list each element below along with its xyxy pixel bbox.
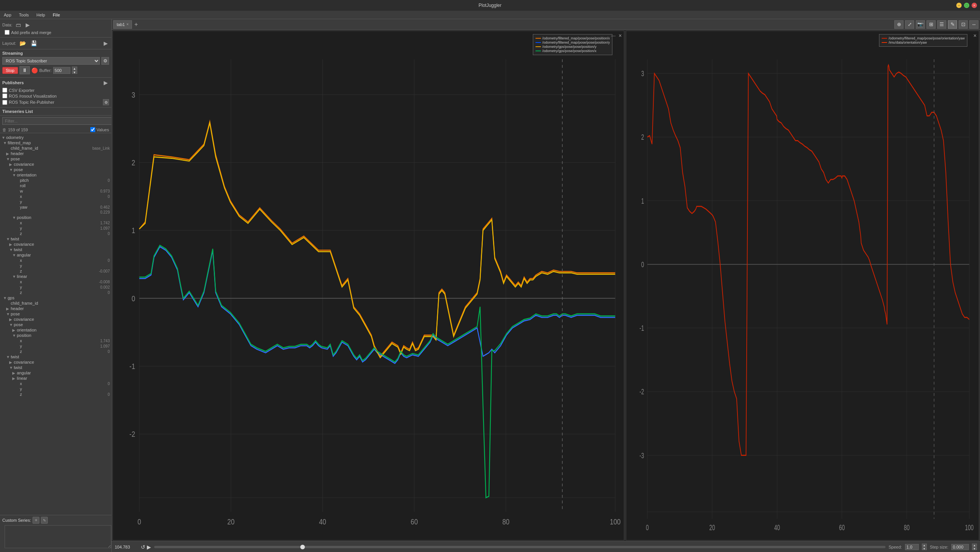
menu-tools[interactable]: Tools [18, 12, 31, 18]
toolbar-zoom-btn[interactable]: ⤢ [905, 20, 914, 29]
tree-ang-y[interactable]: y [0, 263, 111, 268]
tree-y-orient[interactable]: y [0, 199, 111, 204]
tree-linear[interactable]: ▼ linear [0, 274, 111, 279]
tree-yaw[interactable]: yaw 0.462 [0, 204, 111, 210]
step-up-btn[interactable]: ▲ [972, 544, 977, 547]
minimize-button[interactable]: – [956, 3, 962, 8]
tab-tab1[interactable]: tab1 × [113, 20, 132, 29]
rosout-checkbox[interactable] [2, 93, 7, 98]
publishers-expand-btn[interactable]: ▶ [103, 79, 109, 86]
tree-gps-pose[interactable]: ▼ pose [0, 311, 111, 317]
delete-series-btn[interactable]: 🗑 [2, 127, 7, 132]
tree-position-inner[interactable]: ▼ position [0, 215, 111, 220]
tree-lin-y[interactable]: y 0.002 [0, 284, 111, 290]
tree-gps-x[interactable]: x 1.743 [0, 338, 111, 343]
tree-twist-inner[interactable]: ▼ twist [0, 247, 111, 252]
tree-pose-top[interactable]: ▼ pose [0, 156, 111, 162]
tree-pitch[interactable]: pitch 0 [0, 178, 111, 183]
tree-gps-angular[interactable]: ▶ angular [0, 370, 111, 376]
layout-arrow-btn[interactable]: ▶ [103, 40, 109, 47]
tree-gps-twist-cov[interactable]: ▶ covariance [0, 359, 111, 365]
tree-lin-z[interactable]: z 0 [0, 290, 111, 295]
tree-angular[interactable]: ▼ angular [0, 252, 111, 258]
tree-ang-x[interactable]: x 0 [0, 258, 111, 263]
record-button[interactable]: 🔴 [31, 67, 38, 73]
tree-gps-position[interactable]: ▼ position [0, 333, 111, 338]
tree-lin-x[interactable]: x -0.008 [0, 279, 111, 284]
tree-gps-lin-z[interactable]: z 0 [0, 392, 111, 397]
close-window-button[interactable]: × [972, 3, 977, 8]
layout-save-btn[interactable]: 💾 [29, 40, 38, 47]
step-input[interactable] [951, 544, 969, 550]
buffer-down-btn[interactable]: ▼ [72, 70, 77, 74]
stop-button[interactable]: Stop [2, 67, 18, 74]
tab-close-btn[interactable]: × [126, 22, 129, 26]
toolbar-move-btn[interactable]: ⊕ [894, 20, 903, 29]
republisher-gear-btn[interactable]: ⚙ [103, 99, 109, 105]
toolbar-extra1-btn[interactable]: ⊡ [959, 20, 968, 29]
loop-btn[interactable]: ↺ [141, 544, 145, 550]
custom-series-add-btn[interactable]: + [33, 517, 39, 524]
data-arrow-btn[interactable]: ▶ [24, 21, 31, 28]
add-prefix-checkbox[interactable] [5, 30, 10, 35]
toolbar-extra2-btn[interactable]: ↔ [969, 20, 978, 29]
tree-view[interactable]: ▼ odometry ▼ filtered_map child_frame_id… [0, 133, 111, 515]
republisher-checkbox[interactable] [2, 100, 7, 105]
tree-gps-twist[interactable]: ▼ twist [0, 354, 111, 359]
tree-pose-inner[interactable]: ▼ pose [0, 167, 111, 172]
layout-load-btn[interactable]: 📂 [18, 40, 27, 47]
toolbar-screenshot-btn[interactable]: 📷 [916, 20, 925, 29]
speed-down-btn[interactable]: ▼ [922, 547, 927, 550]
tree-x-orient[interactable]: x 0 [0, 194, 111, 199]
data-icon-btn[interactable]: 🗃 [15, 21, 22, 28]
menu-app[interactable]: App [2, 12, 13, 18]
tree-ang-z[interactable]: z -0.007 [0, 268, 111, 274]
menu-help[interactable]: Help [35, 12, 47, 18]
tree-pos-y[interactable]: y 1.097 [0, 225, 111, 231]
menu-file[interactable]: File [51, 12, 62, 18]
tree-gps-y[interactable]: y 1.097 [0, 343, 111, 349]
tree-gps-header[interactable]: ▶ header [0, 306, 111, 311]
tree-gps-pose-inner[interactable]: ▼ pose [0, 322, 111, 327]
tree-gps-linear[interactable]: ▶ linear [0, 376, 111, 381]
tree-gps-child[interactable]: child_frame_id [0, 300, 111, 306]
subscriber-gear-btn[interactable]: ⚙ [101, 57, 109, 65]
toolbar-active-btn[interactable]: ✎ [948, 20, 957, 29]
timeline-slider[interactable] [154, 546, 886, 548]
tree-child-frame-id[interactable]: child_frame_id base_Link [0, 145, 111, 151]
subscriber-select[interactable]: ROS Topic Subscriber [2, 57, 100, 65]
custom-series-edit-btn[interactable]: ✎ [41, 517, 48, 524]
speed-up-btn[interactable]: ▲ [922, 544, 927, 547]
tree-gps-covariance[interactable]: ▶ covariance [0, 317, 111, 322]
tree-gps-twist-inner[interactable]: ▼ twist [0, 365, 111, 370]
tab-add-btn[interactable]: + [132, 21, 140, 28]
step-down-btn[interactable]: ▼ [972, 547, 977, 550]
toolbar-grid-btn[interactable]: ⊞ [926, 20, 936, 29]
tree-orientation[interactable]: ▼ orientation [0, 172, 111, 178]
tree-gps-z[interactable]: z 0 [0, 349, 111, 354]
plot2-close-btn[interactable]: × [973, 33, 977, 39]
tree-pos-z[interactable]: z 0 [0, 231, 111, 236]
tree-twist-top[interactable]: ▼ twist [0, 236, 111, 242]
tree-pos-x[interactable]: x 1.742 [0, 220, 111, 225]
buffer-up-btn[interactable]: ▲ [72, 67, 77, 70]
tree-header[interactable]: ▶ header [0, 151, 111, 156]
tree-odometry[interactable]: ▼ odometry [0, 135, 111, 140]
tree-twist-cov[interactable]: ▶ covariance [0, 242, 111, 247]
tree-gps-lin-x[interactable]: x 0 [0, 381, 111, 386]
tree-gps-orient[interactable]: ▶ orientation [0, 327, 111, 333]
plot1-close-btn[interactable]: × [619, 33, 622, 39]
speed-input[interactable] [905, 544, 919, 550]
pause-button[interactable]: ⏸ [20, 66, 30, 74]
custom-series-textarea[interactable] [5, 525, 111, 548]
play-btn[interactable]: ▶ [147, 544, 151, 550]
tree-filtered-map[interactable]: ▼ filtered_map [0, 140, 111, 145]
values-checkbox[interactable] [90, 127, 95, 132]
tree-gps-lin-y[interactable]: y [0, 386, 111, 392]
timeseries-filter[interactable] [2, 117, 111, 125]
plot1-dots-btn[interactable]: ··· [611, 33, 616, 39]
buffer-input[interactable] [53, 67, 70, 74]
tree-w[interactable]: w 0.973 [0, 188, 111, 194]
csv-checkbox[interactable] [2, 88, 7, 93]
tree-yaw-z[interactable]: 0.229 [0, 210, 111, 215]
